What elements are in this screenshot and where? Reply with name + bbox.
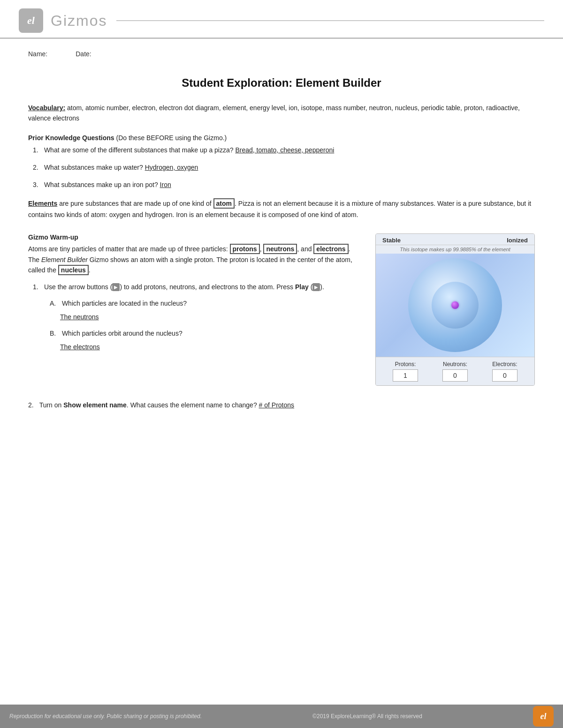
sub-b-label: B. bbox=[50, 329, 60, 338]
warmup-q1-text3: ). bbox=[320, 283, 324, 291]
warmup-q1-item: 1. Use the arrow buttons (▶) to add prot… bbox=[33, 282, 361, 352]
page-title: Student Exploration: Element Builder bbox=[28, 76, 535, 90]
main-content: Student Exploration: Element Builder Voc… bbox=[0, 62, 563, 448]
vocab-label: Vocabulary: bbox=[28, 104, 65, 112]
neutrons-control: Neutrons: 0 bbox=[442, 361, 468, 382]
prior-knowledge-section: Prior Knowledge Questions (Do these BEFO… bbox=[28, 134, 535, 190]
sub-b: B. Which particles orbit around the nucl… bbox=[50, 329, 361, 352]
neutrons-value-box[interactable]: 0 bbox=[442, 369, 468, 382]
logo-icon: el bbox=[27, 15, 35, 27]
vocab-text: atom, atomic number, electron, electron … bbox=[28, 104, 520, 122]
footer-logo: el bbox=[533, 706, 554, 727]
neutrons-highlight: neutrons bbox=[263, 244, 297, 254]
question-2: 2. What substances make up water? Hydrog… bbox=[33, 163, 535, 173]
atom-diagram-panel: Stable Ionized This isotope makes up 99.… bbox=[375, 233, 535, 386]
page-footer: Reproduction for educational use only. P… bbox=[0, 705, 563, 728]
gizmo-intro: Atoms are tiny particles of matter that … bbox=[28, 244, 361, 275]
show-element-name: Show element name bbox=[63, 401, 127, 409]
q1-answer: Bread, tomato, cheese, pepperoni bbox=[235, 146, 334, 154]
protons-value-box[interactable]: 1 bbox=[393, 369, 418, 382]
atom-diagram-header: Stable Ionized bbox=[376, 234, 534, 245]
q1-text: What are some of the different substance… bbox=[44, 146, 234, 154]
sub-a-answer: The neutrons bbox=[60, 313, 99, 321]
warmup-q1-text1: Use the arrow buttons ( bbox=[44, 283, 113, 291]
prior-knowledge-subheading: (Do these BEFORE using the Gizmo.) bbox=[114, 134, 227, 142]
atom-diagram-subtitle: This isotope makes up 99.9885% of the el… bbox=[376, 245, 534, 254]
protons-control-label: Protons: bbox=[395, 361, 416, 368]
prior-knowledge-heading: Prior Knowledge Questions (Do these BEFO… bbox=[28, 134, 535, 142]
name-label: Name: bbox=[28, 50, 47, 58]
elements-paragraph: Elements are pure substances that are ma… bbox=[28, 198, 535, 221]
q2-text1: Turn on bbox=[39, 401, 64, 409]
gizmo-section: Gizmo Warm-up Atoms are tiny particles o… bbox=[28, 233, 535, 386]
q2-row: 2. Turn on Show element name. What cause… bbox=[28, 400, 535, 410]
q2-num: 2. bbox=[33, 163, 42, 173]
gizmo-left: Gizmo Warm-up Atoms are tiny particles o… bbox=[28, 233, 361, 386]
sub-b-question: Which particles orbit around the nucleus… bbox=[62, 330, 183, 337]
ionized-label: Ionized bbox=[507, 237, 528, 244]
electrons-value-box[interactable]: 0 bbox=[492, 369, 517, 382]
q3-text: What substances make up an iron pot? bbox=[44, 181, 158, 188]
protons-control: Protons: 1 bbox=[393, 361, 418, 382]
atom-highlight: atom bbox=[213, 198, 235, 209]
gizmo-name: Element Builder bbox=[41, 256, 88, 263]
nucleus-highlight: nucleus bbox=[58, 265, 89, 275]
gizmo-heading: Gizmo Warm-up bbox=[28, 233, 361, 241]
sub-b-answer: The electrons bbox=[60, 343, 100, 351]
date-label: Date: bbox=[76, 50, 91, 58]
q2-warmup-num: 2. bbox=[28, 400, 38, 410]
electrons-control: Electrons: 0 bbox=[492, 361, 517, 382]
question-1: 1. What are some of the different substa… bbox=[33, 145, 535, 155]
atom-controls: Protons: 1 Neutrons: 0 Electrons: 0 bbox=[376, 357, 534, 385]
atom-inner bbox=[432, 282, 479, 329]
electrons-highlight: electrons bbox=[313, 244, 348, 254]
logo-box: el bbox=[19, 8, 43, 33]
sub-a-question: Which particles are located in the nucle… bbox=[62, 300, 187, 307]
protons-highlight: protons bbox=[230, 244, 260, 254]
warmup-q1: 1. Use the arrow buttons (▶) to add prot… bbox=[33, 282, 361, 352]
atom-diagram: Stable Ionized This isotope makes up 99.… bbox=[375, 233, 535, 386]
elements-text1: are pure substances that are made up of … bbox=[57, 200, 213, 207]
q2-text2: . What causes the element name to change… bbox=[127, 401, 257, 409]
atom-visual bbox=[376, 254, 534, 357]
question-3: 3. What substances make up an iron pot? … bbox=[33, 180, 535, 190]
electrons-control-label: Electrons: bbox=[492, 361, 517, 368]
header-title: Gizmos bbox=[51, 12, 107, 30]
arrow-button-icon[interactable]: ▶ bbox=[112, 283, 120, 291]
footer-text: Reproduction for educational use only. P… bbox=[9, 713, 202, 720]
name-date-row: Name: Date: bbox=[0, 44, 563, 62]
header-divider bbox=[116, 20, 544, 21]
q2-text: What substances make up water? bbox=[44, 164, 143, 171]
elements-label: Elements bbox=[28, 200, 57, 207]
play-button-icon[interactable]: ▶ bbox=[312, 283, 320, 291]
page-header: el Gizmos bbox=[0, 0, 563, 39]
proton-dot bbox=[451, 301, 459, 309]
q2-answer: # of Protons bbox=[259, 401, 295, 409]
sub-a-label: A. bbox=[50, 299, 60, 308]
q3-num: 3. bbox=[33, 180, 42, 190]
neutrons-control-label: Neutrons: bbox=[443, 361, 467, 368]
footer-copyright: ©2019 ExploreLearning® All rights reserv… bbox=[312, 713, 422, 720]
q3-answer: Iron bbox=[160, 181, 171, 188]
q2-answer: Hydrogen, oxygen bbox=[145, 164, 198, 171]
q1-num: 1. bbox=[33, 145, 42, 155]
play-label: Play bbox=[295, 283, 309, 291]
atom-outer-glow bbox=[408, 258, 502, 352]
sub-a: A. Which particles are located in the nu… bbox=[50, 299, 361, 322]
question-list: 1. What are some of the different substa… bbox=[33, 145, 535, 190]
warmup-q1-num: 1. bbox=[33, 282, 42, 292]
warmup-q1-text2: ) to add protons, neutrons, and electron… bbox=[120, 283, 295, 291]
footer-logo-icon: el bbox=[540, 712, 547, 721]
vocabulary-section: Vocabulary: atom, atomic number, electro… bbox=[28, 103, 535, 124]
stable-label: Stable bbox=[382, 237, 401, 244]
